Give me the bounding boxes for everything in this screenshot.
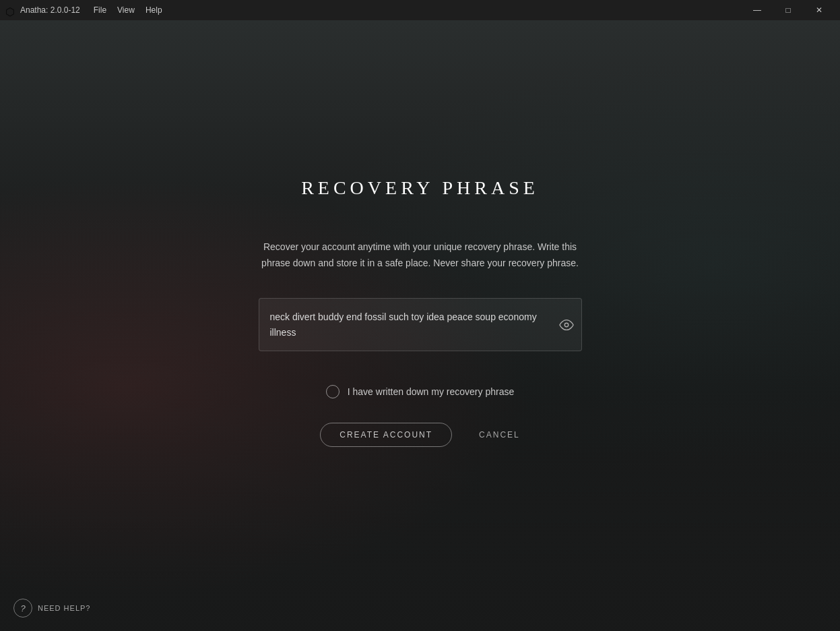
eye-icon [559, 318, 574, 332]
titlebar-left: ⬡ Anatha: 2.0.0-12 File View Help [5, 5, 168, 15]
written-down-checkbox[interactable] [326, 385, 340, 398]
main-content: RECOVERY PHRASE Recover your account any… [0, 20, 840, 631]
titlebar: ⬡ Anatha: 2.0.0-12 File View Help — □ ✕ [0, 0, 840, 20]
maximize-button[interactable]: □ [773, 0, 804, 20]
menu-help[interactable]: Help [140, 5, 168, 15]
titlebar-menu: File View Help [88, 5, 168, 15]
menu-view[interactable]: View [112, 5, 140, 15]
phrase-container: neck divert buddy end fossil such toy id… [259, 298, 582, 351]
toggle-visibility-button[interactable] [559, 318, 574, 332]
help-circle-icon: ? [13, 599, 32, 618]
app-logo-icon: ⬡ [5, 5, 15, 15]
checkbox-label: I have written down my recovery phrase [348, 386, 514, 397]
app-title: Anatha: 2.0.0-12 [20, 5, 80, 15]
close-button[interactable]: ✕ [804, 0, 835, 20]
recovery-phrase-display: neck divert buddy end fossil such toy id… [259, 298, 582, 351]
minimize-button[interactable]: — [742, 0, 773, 20]
description-text: Recover your account anytime with your u… [259, 239, 582, 272]
need-help-section[interactable]: ? NEED HELP? [13, 599, 90, 618]
page-title: RECOVERY PHRASE [301, 177, 539, 199]
menu-file[interactable]: File [88, 5, 112, 15]
checkbox-row: I have written down my recovery phrase [326, 385, 514, 398]
create-account-button[interactable]: CREATE ACCOUNT [320, 423, 452, 447]
titlebar-controls: — □ ✕ [742, 0, 835, 20]
need-help-label: NEED HELP? [38, 604, 90, 612]
svg-point-0 [564, 323, 569, 327]
buttons-row: CREATE ACCOUNT CANCEL [320, 423, 519, 447]
cancel-button[interactable]: CANCEL [479, 430, 520, 440]
